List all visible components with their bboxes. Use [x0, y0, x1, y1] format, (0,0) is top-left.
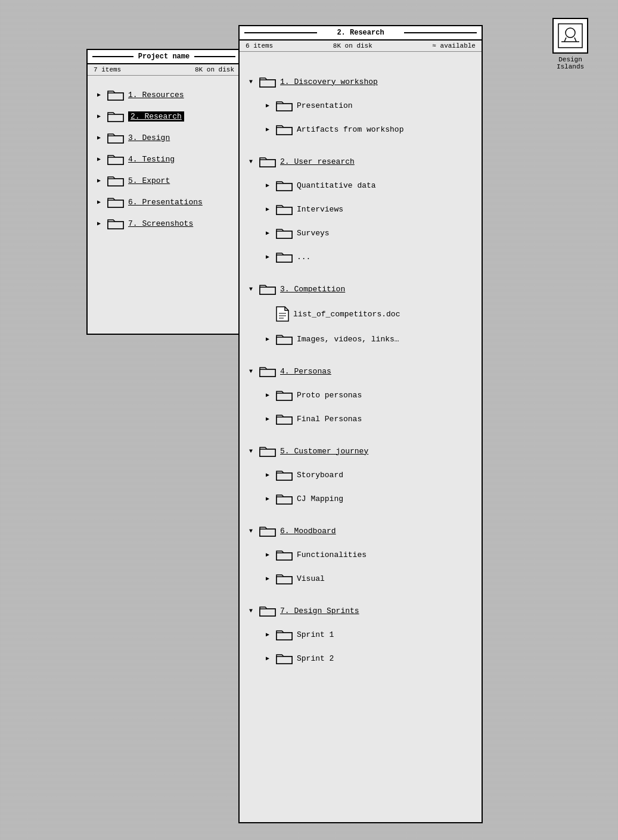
svg-rect-6: [108, 114, 123, 122]
child-triangle-disc-0[interactable]: ▶: [263, 102, 272, 109]
child-item-comp-0[interactable]: list_of_competitors.doc: [247, 302, 474, 326]
child-item-disc-1[interactable]: ▶ Artifacts from workshop: [247, 119, 474, 140]
child-item-cj-1[interactable]: ▶ CJ Mapping: [247, 488, 474, 509]
child-label-mood-1: Visual: [297, 574, 325, 583]
section-header-comp[interactable]: ▼ 3. Competition: [247, 278, 474, 300]
research-available: ≈ available: [432, 42, 476, 49]
folder-triangle-6[interactable]: ▶: [95, 198, 103, 206]
child-folder-icon-mood-0: [275, 547, 293, 562]
section-label-pers: 4. Personas: [280, 367, 331, 376]
svg-rect-33: [277, 577, 292, 584]
folder-triangle-3[interactable]: ▶: [95, 134, 103, 141]
child-item-disc-0[interactable]: ▶ Presentation: [247, 95, 474, 116]
research-items-count: 6 items: [246, 42, 273, 49]
child-folder-icon-disc-1: [275, 122, 293, 136]
child-item-cj-0[interactable]: ▶ Storyboard: [247, 464, 474, 486]
folder-label-6: 6. Presentations: [128, 198, 203, 207]
section-header-disc[interactable]: ▼ 1. Discovery workshop: [247, 71, 474, 92]
section-folder-icon-pers: [259, 364, 277, 378]
child-label-user-1: Interviews: [297, 205, 343, 214]
svg-point-1: [566, 28, 575, 38]
project-window-titlebar: Project name: [88, 50, 240, 64]
folder-item-5[interactable]: ▶ 5. Export: [95, 170, 233, 191]
folder-item-3[interactable]: ▶ 3. Design: [95, 127, 233, 148]
child-item-user-3[interactable]: ▶ ...: [247, 246, 474, 267]
child-triangle-cj-0[interactable]: ▶: [263, 471, 272, 478]
folder-triangle-5[interactable]: ▶: [95, 177, 103, 184]
folder-item-1[interactable]: ▶ 1. Resources: [95, 84, 233, 105]
research-window: 2. Research 6 items 8K on disk ≈ availab…: [238, 25, 483, 823]
folder-icon-7: [107, 216, 125, 231]
child-triangle-mood-0[interactable]: ▶: [263, 551, 272, 558]
section-header-user[interactable]: ▼ 2. User research: [247, 151, 474, 172]
svg-rect-30: [277, 497, 292, 504]
svg-rect-12: [260, 80, 275, 87]
child-triangle-ds-1[interactable]: ▶: [263, 655, 272, 662]
svg-rect-8: [108, 157, 123, 164]
child-triangle-user-3[interactable]: ▶: [263, 253, 272, 260]
child-triangle-disc-1[interactable]: ▶: [263, 126, 272, 133]
folder-icon-6: [107, 195, 125, 209]
folder-triangle-1[interactable]: ▶: [95, 91, 103, 98]
child-item-user-1[interactable]: ▶ Interviews: [247, 198, 474, 220]
child-triangle-user-0[interactable]: ▶: [263, 182, 272, 189]
section-header-pers[interactable]: ▼ 4. Personas: [247, 360, 474, 382]
child-item-ds-1[interactable]: ▶ Sprint 2: [247, 648, 474, 669]
folder-item-6[interactable]: ▶ 6. Presentations: [95, 191, 233, 213]
child-folder-icon-user-3: [275, 250, 293, 264]
svg-rect-5: [108, 93, 123, 100]
design-islands-icon[interactable]: Design Islands: [546, 18, 594, 70]
section-header-mood[interactable]: ▼ 6. Moodboard: [247, 520, 474, 542]
child-triangle-mood-1[interactable]: ▶: [263, 575, 272, 582]
child-item-ds-0[interactable]: ▶ Sprint 1: [247, 624, 474, 645]
folder-triangle-2[interactable]: ▶: [95, 113, 103, 120]
folder-icon-4: [107, 152, 125, 166]
child-triangle-user-2[interactable]: ▶: [263, 229, 272, 237]
child-triangle-user-1[interactable]: ▶: [263, 206, 272, 213]
child-item-comp-1[interactable]: ▶ Images, videos, links…: [247, 328, 474, 350]
child-folder-icon-disc-0: [275, 98, 293, 113]
section-triangle-ds[interactable]: ▼: [247, 608, 255, 614]
child-label-cj-1: CJ Mapping: [297, 494, 343, 503]
child-triangle-pers-1[interactable]: ▶: [263, 415, 272, 422]
child-triangle-comp-1[interactable]: ▶: [263, 335, 272, 343]
svg-rect-0: [558, 24, 582, 48]
child-item-pers-1[interactable]: ▶ Final Personas: [247, 408, 474, 430]
design-islands-label: Design Islands: [546, 56, 594, 70]
child-item-mood-0[interactable]: ▶ Functionalities: [247, 544, 474, 565]
section-triangle-cj[interactable]: ▼: [247, 448, 255, 455]
section-triangle-mood[interactable]: ▼: [247, 528, 255, 534]
section-folder-icon-comp: [259, 282, 277, 296]
research-window-titlebar: 2. Research: [240, 26, 482, 41]
section-triangle-disc[interactable]: ▼: [247, 79, 255, 85]
svg-rect-26: [277, 393, 292, 400]
folder-item-7[interactable]: ▶ 7. Screenshots: [95, 213, 233, 234]
child-item-user-2[interactable]: ▶ Surveys: [247, 222, 474, 244]
section-header-cj[interactable]: ▼ 5. Customer journey: [247, 440, 474, 462]
child-triangle-cj-1[interactable]: ▶: [263, 495, 272, 502]
doc-icon-comp-0: [275, 306, 290, 322]
folder-item-2[interactable]: ▶ 2. Research: [95, 105, 233, 127]
child-item-pers-0[interactable]: ▶ Proto personas: [247, 384, 474, 406]
folder-triangle-4[interactable]: ▶: [95, 155, 103, 163]
child-triangle-ds-0[interactable]: ▶: [263, 631, 272, 638]
child-label-user-0: Quantitative data: [297, 181, 376, 190]
section-triangle-user[interactable]: ▼: [247, 158, 255, 165]
child-item-mood-1[interactable]: ▶ Visual: [247, 568, 474, 589]
svg-rect-11: [108, 222, 123, 229]
child-triangle-pers-0[interactable]: ▶: [263, 391, 272, 399]
child-label-cj-0: Storyboard: [297, 471, 343, 480]
project-window-title: Project name: [133, 52, 194, 61]
design-islands-icon-img: [552, 18, 588, 54]
section-label-comp: 3. Competition: [280, 285, 345, 294]
folder-item-4[interactable]: ▶ 4. Testing: [95, 148, 233, 170]
section-triangle-comp[interactable]: ▼: [247, 286, 255, 293]
child-folder-icon-cj-1: [275, 491, 293, 506]
folder-triangle-7[interactable]: ▶: [95, 220, 103, 227]
child-item-user-0[interactable]: ▶ Quantitative data: [247, 175, 474, 196]
section-header-ds[interactable]: ▼ 7. Design Sprints: [247, 600, 474, 621]
section-folder-icon-ds: [259, 603, 277, 618]
svg-rect-14: [277, 127, 292, 135]
section-triangle-pers[interactable]: ▼: [247, 368, 255, 375]
child-label-ds-1: Sprint 2: [297, 654, 334, 663]
